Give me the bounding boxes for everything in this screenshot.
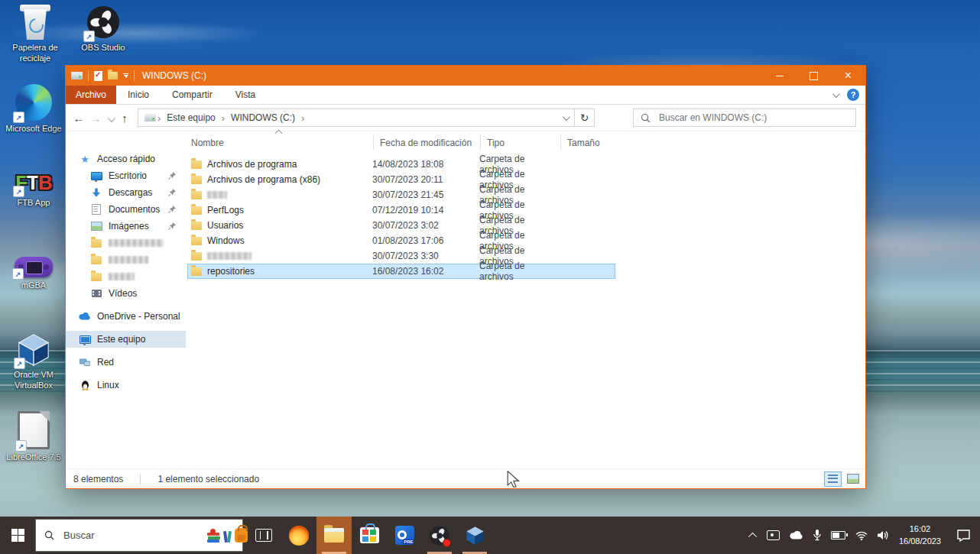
explorer-search-box[interactable]: [633, 109, 856, 127]
sidebar-item-este-equipo[interactable]: Este equipo: [66, 331, 186, 348]
tray-expand-chevron-icon[interactable]: [748, 532, 757, 540]
sidebar-item-documentos[interactable]: Documentos: [66, 201, 186, 218]
recording-indicator: [443, 539, 451, 547]
folder-icon: [90, 273, 102, 281]
redacted-name: [207, 252, 251, 260]
sidebar-item-red[interactable]: Red: [66, 354, 186, 371]
sidebar-item-redacted-folder[interactable]: [66, 251, 186, 268]
refresh-button[interactable]: ↻: [575, 109, 595, 127]
shortcut-arrow-icon: ↗: [13, 112, 24, 123]
desktop-icon-virtualbox[interactable]: ↗ Oracle VM VirtualBox: [2, 332, 66, 391]
desktop-icon: [90, 172, 102, 180]
desktop-icon-libreoffice[interactable]: ↗ LibreOffice 7.5: [2, 411, 66, 463]
shortcut-arrow-icon: ↗: [14, 358, 25, 369]
search-icon: [44, 530, 54, 540]
videos-icon: [90, 290, 102, 297]
forward-button[interactable]: →: [87, 112, 104, 125]
cast-display-icon[interactable]: [767, 530, 780, 540]
tray-date: 16/08/2023: [899, 536, 941, 547]
taskbar-obs-button[interactable]: [422, 517, 457, 554]
back-button[interactable]: ←: [70, 112, 87, 125]
start-button[interactable]: [0, 517, 35, 554]
explorer-search-input[interactable]: [657, 112, 849, 124]
column-header-fecha[interactable]: Fecha de modificación: [373, 135, 480, 151]
desktop-icon-mgba[interactable]: ↗ mGBA: [2, 257, 66, 291]
large-icons-view-button[interactable]: [844, 471, 862, 487]
taskbar-file-explorer-button[interactable]: [316, 517, 352, 554]
obs-icon: ↗: [86, 5, 121, 40]
expand-ribbon-icon[interactable]: [832, 90, 840, 98]
microphone-icon[interactable]: [813, 530, 821, 541]
customize-toolbar-dropdown-icon[interactable]: [123, 73, 128, 79]
sidebar-item-redacted-folder[interactable]: [66, 268, 186, 285]
address-dropdown-icon[interactable]: [556, 115, 574, 121]
sidebar-item-escritorio[interactable]: Escritorio: [66, 167, 186, 184]
close-button[interactable]: ×: [831, 66, 865, 86]
battery-icon[interactable]: [831, 531, 845, 539]
mouse-cursor: [505, 471, 521, 490]
file-row-repositories-selected[interactable]: repositories 16/08/2023 16:02 Carpeta de…: [187, 264, 615, 279]
file-explorer-window: WINDOWS (C:) × Archivo Inicio Compartir …: [65, 65, 866, 489]
title-bar[interactable]: WINDOWS (C:) ×: [66, 66, 865, 86]
taskbar-store-button[interactable]: [352, 517, 387, 554]
tray-clock[interactable]: 16:02 16/08/2023: [899, 523, 941, 547]
taskbar-search-input[interactable]: [62, 529, 200, 542]
virtualbox-icon: ↗: [16, 332, 51, 367]
minimize-button[interactable]: [762, 66, 797, 86]
network-icon: [79, 358, 91, 367]
taskbar-search-box[interactable]: [35, 519, 243, 552]
action-center-icon[interactable]: [957, 530, 970, 542]
taskbar-task-view-button[interactable]: [246, 517, 281, 554]
search-highlight-art: [207, 528, 248, 543]
shortcut-arrow-icon: ↗: [12, 268, 24, 280]
sidebar-item-imagenes[interactable]: Imágenes: [66, 218, 186, 235]
desktop-icon-ftb-app[interactable]: FTB ↗ FTB App: [2, 171, 66, 209]
linux-penguin-icon: [79, 381, 91, 390]
desktop-icon-obs-studio[interactable]: ↗ OBS Studio: [71, 5, 135, 53]
crayons-icon: [223, 529, 232, 543]
properties-icon[interactable]: [94, 71, 102, 81]
column-header-tipo[interactable]: Tipo: [480, 135, 560, 151]
folder-icon: [191, 160, 202, 169]
breadcrumb-este-equipo[interactable]: Este equipo: [162, 112, 219, 123]
firefox-icon: [289, 526, 309, 546]
column-header-tamano[interactable]: Tamaño: [560, 135, 615, 151]
wifi-icon[interactable]: [855, 531, 868, 540]
breadcrumb-windows-c[interactable]: WINDOWS (C:): [226, 112, 300, 123]
pin-icon: [168, 172, 176, 180]
maximize-button[interactable]: [797, 66, 831, 86]
desktop-icon-microsoft-edge[interactable]: ↗ Microsoft Edge: [2, 84, 66, 134]
column-header-nombre[interactable]: Nombre: [187, 135, 373, 151]
volume-icon[interactable]: [878, 530, 889, 540]
sidebar-item-videos[interactable]: Vídeos: [66, 285, 186, 302]
sidebar-item-onedrive[interactable]: OneDrive - Personal: [66, 308, 186, 325]
tab-inicio[interactable]: Inicio: [116, 86, 161, 104]
onedrive-tray-icon[interactable]: [790, 531, 803, 539]
tab-compartir[interactable]: Compartir: [161, 86, 224, 104]
folder-icon: [191, 176, 202, 184]
up-button[interactable]: ↑: [116, 112, 133, 125]
recent-locations-icon[interactable]: [104, 112, 116, 125]
taskbar-virtualbox-button[interactable]: [457, 517, 492, 554]
taskbar-outlook-button[interactable]: PRE: [387, 517, 422, 554]
folder-icon: [191, 206, 202, 215]
help-icon[interactable]: ?: [847, 89, 859, 101]
folder-icon: [191, 267, 202, 276]
sidebar-item-descargas[interactable]: Descargas: [66, 184, 186, 201]
address-bar[interactable]: › Este equipo › WINDOWS (C:) ›: [138, 109, 575, 127]
desktop-icon-label: mGBA: [21, 280, 46, 291]
taskbar-firefox-button[interactable]: [281, 517, 316, 554]
task-view-icon: [255, 529, 272, 542]
details-view-button[interactable]: [824, 471, 842, 487]
sidebar-item-acceso-rapido[interactable]: ★ Acceso rápido: [66, 151, 186, 167]
sidebar-item-linux[interactable]: Linux: [66, 377, 186, 394]
navigation-bar: ← → ↑ › Este equipo › WINDOWS (C:) › ↻: [66, 105, 865, 131]
sidebar-item-redacted-folder[interactable]: [66, 235, 186, 251]
folder-icon: [191, 191, 202, 199]
desktop-icon-recycle-bin[interactable]: Papelera de reciclaje: [3, 5, 67, 64]
tab-archivo[interactable]: Archivo: [66, 86, 116, 104]
recycle-bin-icon: [20, 5, 50, 40]
file-explorer-icon: [324, 528, 344, 543]
tab-vista[interactable]: Vista: [224, 86, 267, 104]
new-folder-icon[interactable]: [108, 72, 118, 79]
